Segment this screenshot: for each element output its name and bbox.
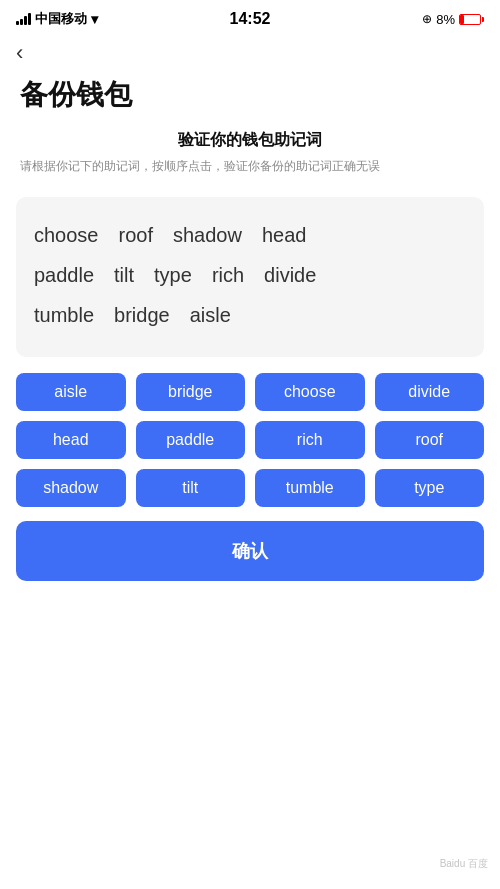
instruction-title: 验证你的钱包助记词 [20, 130, 480, 151]
instruction-section: 验证你的钱包助记词 请根据你记下的助记词，按顺序点击，验证你备份的助记词正确无误 [0, 130, 500, 183]
display-word-choose: choose [34, 217, 99, 253]
word-chip-head[interactable]: head [16, 421, 126, 459]
word-chip-paddle[interactable]: paddle [136, 421, 246, 459]
word-chip-roof[interactable]: roof [375, 421, 485, 459]
word-display-row-3: tumble bridge aisle [34, 297, 466, 333]
display-word-bridge: bridge [114, 297, 170, 333]
word-chip-choose[interactable]: choose [255, 373, 365, 411]
word-chip-type[interactable]: type [375, 469, 485, 507]
word-chip-divide[interactable]: divide [375, 373, 485, 411]
nav-bar: ‹ [0, 36, 500, 68]
back-button[interactable]: ‹ [16, 42, 23, 64]
status-time: 14:52 [230, 10, 271, 28]
display-word-aisle: aisle [190, 297, 231, 333]
confirm-button[interactable]: 确认 [16, 521, 484, 581]
status-bar: 中国移动 ▾ 14:52 ⊕ 8% [0, 0, 500, 36]
display-word-type: type [154, 257, 192, 293]
instruction-desc: 请根据你记下的助记词，按顺序点击，验证你备份的助记词正确无误 [20, 157, 480, 175]
battery-percent: 8% [436, 12, 455, 27]
display-word-paddle: paddle [34, 257, 94, 293]
display-word-tumble: tumble [34, 297, 94, 333]
location-icon: ⊕ [422, 12, 432, 26]
word-chip-tumble[interactable]: tumble [255, 469, 365, 507]
display-word-roof: roof [119, 217, 153, 253]
wifi-icon: ▾ [91, 11, 98, 27]
word-display-row-1: choose roof shadow head [34, 217, 466, 253]
word-display-box: choose roof shadow head paddle tilt type… [16, 197, 484, 357]
baidu-watermark: Baidu 百度 [440, 857, 488, 871]
display-word-rich: rich [212, 257, 244, 293]
word-grid: aislebridgechoosedivideheadpaddlerichroo… [16, 373, 484, 507]
carrier-label: 中国移动 [35, 10, 87, 28]
status-left: 中国移动 ▾ [16, 10, 98, 28]
status-right: ⊕ 8% [422, 12, 484, 27]
word-display-row-2: paddle tilt type rich divide [34, 257, 466, 293]
word-chip-rich[interactable]: rich [255, 421, 365, 459]
page-title: 备份钱包 [0, 68, 500, 130]
display-word-tilt: tilt [114, 257, 134, 293]
signal-icon [16, 13, 31, 25]
word-chip-bridge[interactable]: bridge [136, 373, 246, 411]
word-chip-tilt[interactable]: tilt [136, 469, 246, 507]
display-word-head: head [262, 217, 307, 253]
word-chip-aisle[interactable]: aisle [16, 373, 126, 411]
battery-icon [459, 14, 484, 25]
display-word-shadow: shadow [173, 217, 242, 253]
display-word-divide: divide [264, 257, 316, 293]
word-chip-shadow[interactable]: shadow [16, 469, 126, 507]
